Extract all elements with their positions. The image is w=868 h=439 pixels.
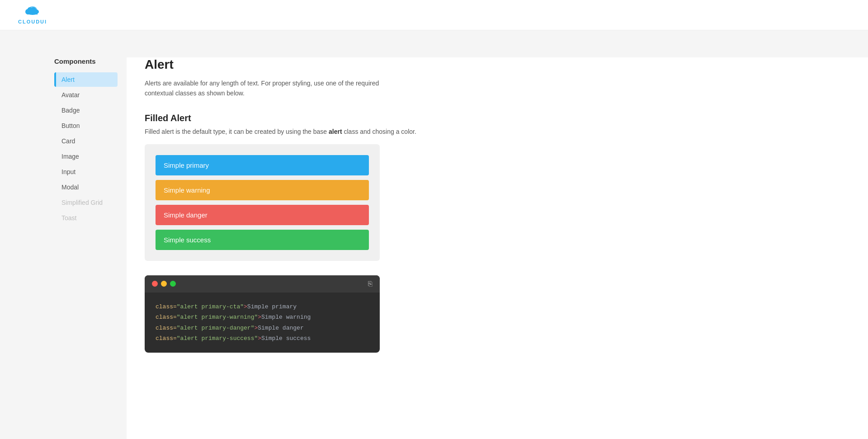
code-line: class="alert primary-success">Simple suc… bbox=[156, 333, 369, 344]
alert-bar-primary: Simple primary bbox=[156, 155, 369, 175]
sidebar-item-button[interactable]: Button bbox=[54, 118, 118, 133]
sidebar-title: Components bbox=[54, 57, 118, 65]
page-title: Alert bbox=[145, 57, 832, 72]
sidebar-item-alert[interactable]: Alert bbox=[54, 72, 118, 87]
sidebar-item-badge[interactable]: Badge bbox=[54, 103, 118, 118]
main-layout: Components AlertAvatarBadgeButtonCardIma… bbox=[0, 30, 868, 439]
alert-bars: Simple primarySimple warningSimple dange… bbox=[156, 155, 369, 250]
svg-point-1 bbox=[26, 9, 39, 15]
filled-alert-description: Filled alert is the default type, it can… bbox=[145, 128, 832, 135]
description-keyword: alert bbox=[329, 128, 342, 135]
logo: CLOUDUI bbox=[18, 5, 47, 24]
sidebar-item-toast[interactable]: Toast bbox=[54, 211, 118, 225]
filled-alert-title: Filled Alert bbox=[145, 113, 832, 123]
sidebar-item-modal[interactable]: Modal bbox=[54, 180, 118, 194]
dot-red bbox=[152, 281, 158, 287]
header: CLOUDUI bbox=[0, 0, 868, 30]
code-line: class="alert primary-cta">Simple primary bbox=[156, 302, 369, 312]
alert-bar-danger: Simple danger bbox=[156, 205, 369, 225]
dot-green bbox=[170, 281, 176, 287]
alert-bar-success: Simple success bbox=[156, 230, 369, 250]
sidebar-item-avatar[interactable]: Avatar bbox=[54, 88, 118, 102]
sidebar-item-input[interactable]: Input bbox=[54, 165, 118, 179]
code-block: ⎘ class="alert primary-cta">Simple prima… bbox=[145, 275, 380, 353]
code-window-dots bbox=[152, 281, 176, 287]
main-content: Alert Alerts are available for any lengt… bbox=[127, 57, 868, 439]
logo-text: CLOUDUI bbox=[18, 19, 47, 24]
code-body: class="alert primary-cta">Simple primary… bbox=[145, 293, 380, 353]
cloud-icon bbox=[24, 5, 41, 18]
code-line: class="alert primary-warning">Simple war… bbox=[156, 312, 369, 322]
copy-icon[interactable]: ⎘ bbox=[368, 280, 373, 288]
sidebar-nav: AlertAvatarBadgeButtonCardImageInputModa… bbox=[54, 72, 118, 225]
code-line: class="alert primary-danger">Simple dang… bbox=[156, 323, 369, 333]
sidebar-item-simplified-grid[interactable]: Simplified Grid bbox=[54, 195, 118, 210]
dot-yellow bbox=[161, 281, 167, 287]
code-block-header: ⎘ bbox=[145, 275, 380, 293]
page-description: Alerts are available for any length of t… bbox=[145, 78, 380, 99]
alert-bar-warning: Simple warning bbox=[156, 180, 369, 200]
description-suffix: class and chosing a color. bbox=[342, 128, 416, 135]
sidebar: Components AlertAvatarBadgeButtonCardIma… bbox=[0, 57, 127, 439]
alert-demo-box: Simple primarySimple warningSimple dange… bbox=[145, 144, 380, 261]
sidebar-item-image[interactable]: Image bbox=[54, 149, 118, 164]
sidebar-item-card[interactable]: Card bbox=[54, 134, 118, 148]
description-prefix: Filled alert is the default type, it can… bbox=[145, 128, 329, 135]
